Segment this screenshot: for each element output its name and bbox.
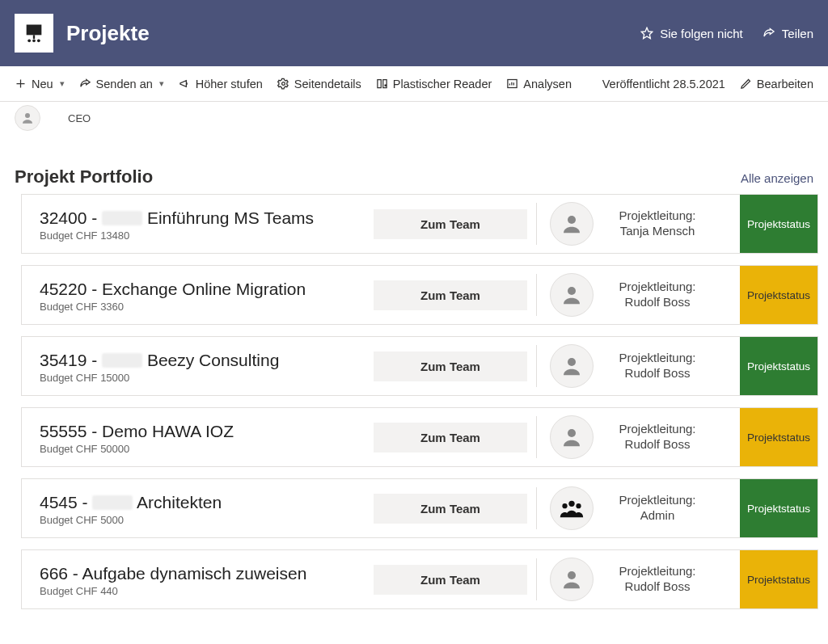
pencil-icon xyxy=(740,78,752,90)
author-avatar xyxy=(15,105,40,131)
send-to-label: Senden an xyxy=(96,78,153,90)
gear-icon xyxy=(277,78,289,90)
svg-rect-1 xyxy=(33,35,35,39)
chevron-down-icon: ▾ xyxy=(159,78,164,89)
promote-button[interactable]: Höher stufen xyxy=(179,78,263,90)
section-header: Projekt Portfolio Alle anzeigen xyxy=(0,139,828,194)
status-badge[interactable]: Projektstatus xyxy=(740,479,817,537)
svg-point-3 xyxy=(32,39,36,42)
site-logo xyxy=(15,14,53,53)
project-list: 32400 - Einführung MS TeamsBudget CHF 13… xyxy=(0,194,828,642)
share-icon xyxy=(763,27,775,40)
project-title[interactable]: 55555 - Demo HAWA IOZ xyxy=(40,422,358,441)
status-badge[interactable]: Projektstatus xyxy=(740,266,817,324)
promote-label: Höher stufen xyxy=(196,78,263,90)
project-title[interactable]: 32400 - Einführung MS Teams xyxy=(40,208,358,228)
follow-button[interactable]: Sie folgen nicht xyxy=(640,27,743,40)
lead-text: Projektleitung:Rudolf Boss xyxy=(605,422,710,452)
page-title: Projekte xyxy=(66,21,150,46)
edit-label: Bearbeiten xyxy=(757,78,813,90)
section-title: Projekt Portfolio xyxy=(15,166,153,187)
see-all-link[interactable]: Alle anzeigen xyxy=(741,171,813,185)
svg-point-16 xyxy=(568,571,576,579)
new-button[interactable]: Neu ▾ xyxy=(15,78,65,90)
immersive-reader-button[interactable]: Plastischer Reader xyxy=(376,78,492,90)
analytics-label: Analysen xyxy=(523,78,572,90)
divider xyxy=(536,558,537,600)
svg-point-9 xyxy=(568,216,576,224)
analytics-icon xyxy=(506,78,518,90)
project-card: 35419 - Beezy ConsultingBudget CHF 15000… xyxy=(21,336,818,396)
team-button[interactable]: Zum Team xyxy=(374,209,527,239)
lead-avatar xyxy=(550,344,594,388)
person-icon xyxy=(20,111,35,125)
send-to-button[interactable]: Senden an ▾ xyxy=(79,78,164,90)
divider xyxy=(536,416,537,458)
svg-point-11 xyxy=(568,358,576,366)
svg-point-12 xyxy=(568,429,576,437)
project-budget: Budget CHF 5000 xyxy=(40,514,358,526)
megaphone-icon xyxy=(179,78,191,90)
lead-avatar xyxy=(550,273,594,317)
project-budget: Budget CHF 440 xyxy=(40,585,358,597)
share-button[interactable]: Teilen xyxy=(763,27,813,40)
project-title[interactable]: 45220 - Exchange Online Migration xyxy=(40,280,358,299)
project-card: 55555 - Demo HAWA IOZBudget CHF 50000Zum… xyxy=(21,407,818,467)
status-badge[interactable]: Projektstatus xyxy=(740,550,817,608)
project-budget: Budget CHF 13480 xyxy=(40,229,358,242)
lead-avatar xyxy=(550,486,594,530)
team-button[interactable]: Zum Team xyxy=(374,351,527,381)
share-label: Teilen xyxy=(782,27,813,40)
team-button[interactable]: Zum Team xyxy=(374,565,527,595)
svg-marker-5 xyxy=(642,27,653,38)
svg-point-14 xyxy=(576,503,581,508)
project-title[interactable]: 35419 - Beezy Consulting xyxy=(40,351,358,370)
svg-point-4 xyxy=(37,39,40,42)
lead-avatar xyxy=(550,415,594,459)
status-badge[interactable]: Projektstatus xyxy=(740,408,817,466)
team-button[interactable]: Zum Team xyxy=(374,280,527,310)
status-badge[interactable]: Projektstatus xyxy=(740,337,817,395)
redacted-text xyxy=(102,353,142,368)
reader-icon xyxy=(376,78,388,90)
redacted-text xyxy=(102,211,142,225)
divider xyxy=(536,345,537,387)
divider xyxy=(536,487,537,529)
lead-text: Projektleitung:Admin xyxy=(605,493,710,524)
star-icon xyxy=(640,27,653,40)
svg-point-10 xyxy=(568,287,576,295)
lead-avatar xyxy=(550,202,594,246)
author-row: CEO xyxy=(0,102,828,139)
svg-point-15 xyxy=(568,501,574,507)
team-button[interactable]: Zum Team xyxy=(374,423,527,452)
send-icon xyxy=(79,78,91,90)
svg-rect-0 xyxy=(27,25,42,36)
lead-text: Projektleitung:Rudolf Boss xyxy=(605,564,710,595)
project-title[interactable]: 4545 - Architekten xyxy=(40,493,358,512)
team-button[interactable]: Zum Team xyxy=(374,494,527,524)
author-role: CEO xyxy=(68,112,91,124)
edit-button[interactable]: Bearbeiten xyxy=(740,78,813,90)
project-budget: Budget CHF 15000 xyxy=(40,372,358,384)
projector-icon xyxy=(23,22,45,44)
lead-text: Projektleitung:Tanja Mensch xyxy=(605,208,710,239)
status-badge[interactable]: Projektstatus xyxy=(740,195,817,253)
project-card: 4545 - ArchitektenBudget CHF 5000Zum Tea… xyxy=(21,478,818,538)
lead-text: Projektleitung:Rudolf Boss xyxy=(605,351,710,381)
project-budget: Budget CHF 3360 xyxy=(40,301,358,313)
project-title[interactable]: 666 - Aufgabe dynamisch zuweisen xyxy=(40,564,358,583)
project-card: 45220 - Exchange Online MigrationBudget … xyxy=(21,265,818,325)
analytics-button[interactable]: Analysen xyxy=(506,78,572,90)
svg-point-13 xyxy=(562,503,567,508)
page-details-label: Seitendetails xyxy=(294,78,361,90)
published-date: Veröffentlicht 28.5.2021 xyxy=(602,78,725,90)
plus-icon xyxy=(15,78,27,90)
svg-point-8 xyxy=(25,113,30,118)
redacted-text xyxy=(92,495,133,510)
chevron-down-icon: ▾ xyxy=(60,78,65,89)
page-details-button[interactable]: Seitendetails xyxy=(277,78,361,90)
command-bar: Neu ▾ Senden an ▾ Höher stufen Seitendet… xyxy=(0,66,828,102)
divider xyxy=(536,274,537,316)
project-budget: Budget CHF 50000 xyxy=(40,443,358,455)
svg-point-2 xyxy=(27,39,31,42)
